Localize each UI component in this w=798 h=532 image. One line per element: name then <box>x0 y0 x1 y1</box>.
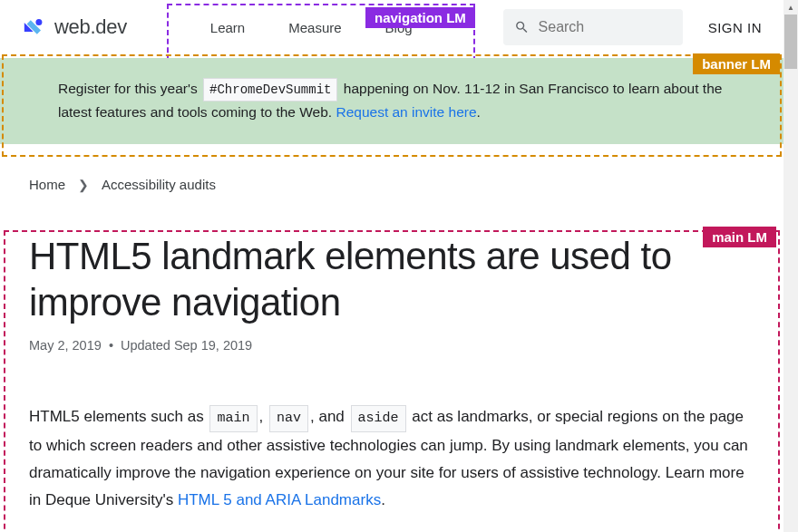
date-separator: • <box>109 338 113 353</box>
banner-hashtag: #ChromeDevSummit <box>203 78 337 102</box>
code-nav: nav <box>269 405 308 432</box>
search-icon <box>514 18 530 36</box>
banner-suffix: . <box>477 104 481 120</box>
chevron-right-icon: ❯ <box>78 178 89 192</box>
main-content: main LM HTML5 landmark elements are used… <box>0 234 783 513</box>
breadcrumb-home[interactable]: Home <box>29 177 65 192</box>
breadcrumb: Home ❯ Accessibility audits <box>0 144 783 214</box>
deque-link[interactable]: HTML 5 and ARIA Landmarks <box>178 491 381 508</box>
svg-point-0 <box>35 19 42 25</box>
logo-icon <box>22 17 47 37</box>
scrollbar-thumb[interactable] <box>784 15 797 69</box>
nav-item-blog[interactable]: Blog <box>364 20 434 35</box>
date-published: May 2, 2019 <box>29 338 102 353</box>
logo-text: web.dev <box>54 15 127 39</box>
logo[interactable]: web.dev <box>22 15 127 39</box>
scroll-up-icon[interactable]: ▲ <box>783 0 798 15</box>
announcement-banner: Register for this year's #ChromeDevSummi… <box>0 58 783 144</box>
banner-invite-link[interactable]: Request an invite here <box>336 104 476 120</box>
page-title: HTML5 landmark elements are used to impr… <box>29 234 754 325</box>
search-input[interactable] <box>539 19 672 35</box>
search-box[interactable] <box>503 9 683 45</box>
date-updated-label: Updated <box>121 338 170 353</box>
primary-nav: Learn Measure Blog navigation LM <box>170 0 453 54</box>
breadcrumb-current[interactable]: Accessibility audits <box>102 177 216 192</box>
article-dates: May 2, 2019 • Updated Sep 19, 2019 <box>29 338 754 353</box>
date-updated: Sep 19, 2019 <box>174 338 252 353</box>
signin-button[interactable]: SIGN IN <box>708 20 765 35</box>
nav-item-measure[interactable]: Measure <box>267 20 363 35</box>
code-main: main <box>209 405 257 432</box>
banner-text-pre: Register for this year's <box>58 81 198 96</box>
nav-item-learn[interactable]: Learn <box>189 20 267 35</box>
code-aside: aside <box>351 405 406 432</box>
vertical-scrollbar[interactable]: ▲ <box>783 0 798 532</box>
site-header: web.dev Learn Measure Blog navigation LM… <box>0 0 783 54</box>
article-paragraph: HTML5 elements such as main, nav, and as… <box>29 403 754 514</box>
